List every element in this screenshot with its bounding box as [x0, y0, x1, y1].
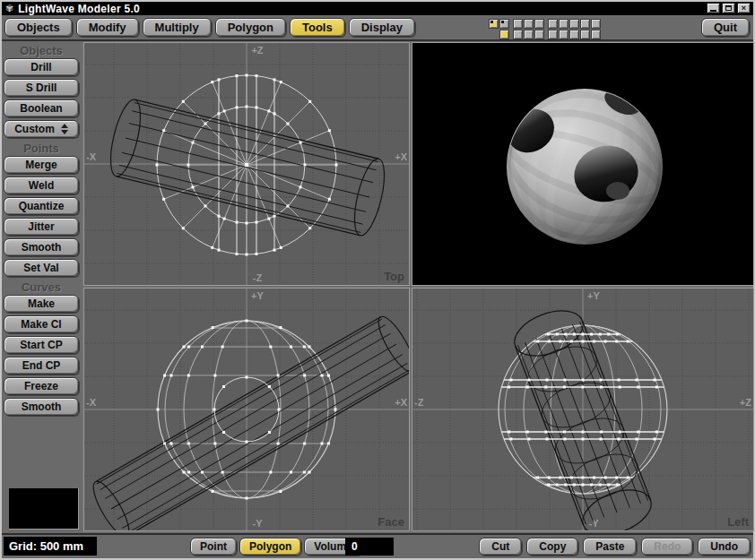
layer-button-r1c3[interactable]	[513, 19, 523, 29]
grid-size-label: Grid: 500 mm	[4, 537, 97, 556]
viewport-top-canvas: +Z-Z-X+XTop	[84, 43, 409, 285]
axis-label-left: -Z	[414, 397, 424, 408]
sidebar-button-custom[interactable]: Custom	[4, 120, 79, 138]
menu-button-tools[interactable]: Tools	[290, 18, 345, 37]
layer-preview-box	[9, 488, 79, 530]
maximize-icon	[725, 5, 732, 11]
sidebar-button-start-cp[interactable]: Start CP	[4, 336, 79, 354]
edit-action-group: CutCopyPasteRedoUndo	[479, 538, 751, 556]
sidebar-button-set-val[interactable]: Set Val	[4, 259, 79, 277]
sidebar-button-merge[interactable]: Merge	[4, 156, 79, 174]
sidebar-button-jitter[interactable]: Jitter	[4, 218, 79, 236]
sidebar-button-drill[interactable]: Drill	[4, 58, 79, 76]
viewport-preview-canvas	[412, 43, 753, 285]
layer-button-r2c3[interactable]	[513, 30, 523, 39]
sidebar-button-smooth[interactable]: Smooth	[4, 238, 79, 256]
menu-button-group: ObjectsModifyMultiplyPolygonToolsDisplay	[4, 18, 415, 37]
maximize-button[interactable]	[722, 3, 735, 13]
action-button-undo[interactable]: Undo	[698, 538, 751, 556]
selection-mode-group: PointPolygonVolume	[190, 538, 362, 556]
viewport-grid-lines	[84, 289, 409, 530]
axis-label-left: -X	[86, 397, 97, 408]
layer-button-r1c10[interactable]	[591, 19, 601, 29]
axis-label-right: +Z	[740, 397, 751, 408]
axis-label-right: +X	[395, 151, 407, 162]
viewport-name-label: Left	[727, 515, 750, 529]
sidebar-button-smooth[interactable]: Smooth	[4, 398, 79, 416]
viewport-preview[interactable]	[412, 43, 753, 285]
layer-button-r1c9[interactable]	[580, 19, 590, 29]
section-label-points: Points	[2, 141, 81, 156]
layer-content-dot	[490, 21, 493, 23]
layer-button-r2c2[interactable]	[499, 30, 509, 39]
axis-label-bottom: -Z	[253, 272, 263, 283]
axis-label-left: -X	[86, 151, 97, 162]
viewport-face[interactable]: +Y-Y-X+XFace	[84, 289, 409, 530]
sidebar-button-freeze[interactable]: Freeze	[4, 377, 79, 395]
layer-button-r2c7[interactable]	[559, 30, 568, 39]
window-controls: ×	[707, 3, 751, 13]
viewport-left[interactable]: +Y-Y-Z+ZLeft	[412, 289, 753, 530]
layer-button-r1c7[interactable]	[559, 19, 568, 29]
layer-button-r2c9[interactable]	[580, 30, 590, 39]
layer-button-r2c10[interactable]	[591, 30, 601, 39]
selection-count-field[interactable]: 0	[345, 538, 394, 556]
layer-content-dot	[501, 21, 504, 23]
minimize-icon	[710, 10, 716, 12]
viewport-name-label: Face	[378, 515, 404, 529]
quit-button[interactable]: Quit	[701, 18, 750, 37]
axis-label-right: +X	[395, 397, 407, 408]
cylinder-wireframe	[105, 97, 390, 238]
sidebar-button-end-cp[interactable]: End CP	[4, 357, 79, 375]
axis-label-bottom: -Y	[589, 518, 600, 529]
layer-button-r1c6[interactable]	[548, 19, 558, 29]
mode-button-polygon[interactable]: Polygon	[239, 538, 301, 556]
layer-button-r2c5[interactable]	[534, 30, 544, 39]
section-label-curves: Curves	[2, 280, 81, 295]
section-label-objects: Objects	[2, 43, 81, 58]
action-button-redo[interactable]: Redo	[641, 538, 693, 556]
statusbar: Grid: 500 mm PointPolygonVolume 0 CutCop…	[2, 533, 753, 558]
menubar: ObjectsModifyMultiplyPolygonToolsDisplay…	[2, 15, 753, 41]
viewport-grid: +Z-Z-X+XTop+Y-Y-X+XFace+Y-Y-Z+ZLeft	[81, 41, 753, 533]
sidebar-button-boolean[interactable]: Boolean	[4, 99, 79, 117]
action-button-cut[interactable]: Cut	[479, 538, 522, 556]
mode-button-point[interactable]: Point	[190, 538, 237, 556]
axis-label-top: +Y	[251, 290, 264, 301]
menu-button-polygon[interactable]: Polygon	[215, 18, 286, 37]
sidebar-button-quantize[interactable]: Quantize	[4, 197, 79, 215]
layer-button-r1c1[interactable]	[489, 19, 499, 29]
sidebar-button-make-cl[interactable]: Make Cl	[4, 315, 79, 333]
layer-button-r1c2[interactable]	[499, 19, 509, 29]
app-flower-icon: ✾	[5, 4, 13, 13]
layer-button-r2c4[interactable]	[524, 30, 534, 39]
layer-button-r1c8[interactable]	[569, 19, 579, 29]
menu-button-modify[interactable]: Modify	[76, 18, 139, 37]
layer-button-r1c4[interactable]	[524, 19, 534, 29]
menu-button-objects[interactable]: Objects	[4, 18, 73, 37]
sidebar-button-weld[interactable]: Weld	[4, 177, 79, 194]
action-button-copy[interactable]: Copy	[526, 538, 578, 556]
window-title: LightWave Modeler 5.0	[18, 3, 140, 15]
axis-label-top: +Z	[251, 45, 263, 56]
sidebar: ObjectsDrillS DrillBooleanCustomPointsMe…	[2, 41, 81, 533]
menu-button-multiply[interactable]: Multiply	[143, 18, 212, 37]
menu-button-display[interactable]: Display	[349, 18, 415, 37]
layer-button-r1c5[interactable]	[534, 19, 544, 29]
minimize-button[interactable]	[707, 3, 720, 13]
viewport-left-canvas: +Y-Y-Z+ZLeft	[412, 289, 753, 530]
sidebar-button-s-drill[interactable]: S Drill	[4, 79, 79, 97]
viewport-face-canvas: +Y-Y-X+XFace	[84, 289, 409, 530]
app-window: ✾ LightWave Modeler 5.0 × ObjectsModifyM…	[0, 0, 755, 560]
close-button[interactable]: ×	[737, 3, 751, 13]
action-button-paste[interactable]: Paste	[583, 538, 637, 556]
dropdown-arrows-icon	[61, 124, 68, 134]
sidebar-button-make[interactable]: Make	[4, 295, 79, 313]
layer-button-r2c6[interactable]	[548, 30, 558, 39]
viewport-top[interactable]: +Z-Z-X+XTop	[84, 43, 409, 285]
axis-label-top: +Y	[587, 290, 600, 301]
viewport-name-label: Top	[384, 270, 404, 283]
layer-button-r2c8[interactable]	[569, 30, 579, 39]
layer-selector	[489, 19, 602, 40]
titlebar[interactable]: ✾ LightWave Modeler 5.0 ×	[2, 2, 753, 15]
